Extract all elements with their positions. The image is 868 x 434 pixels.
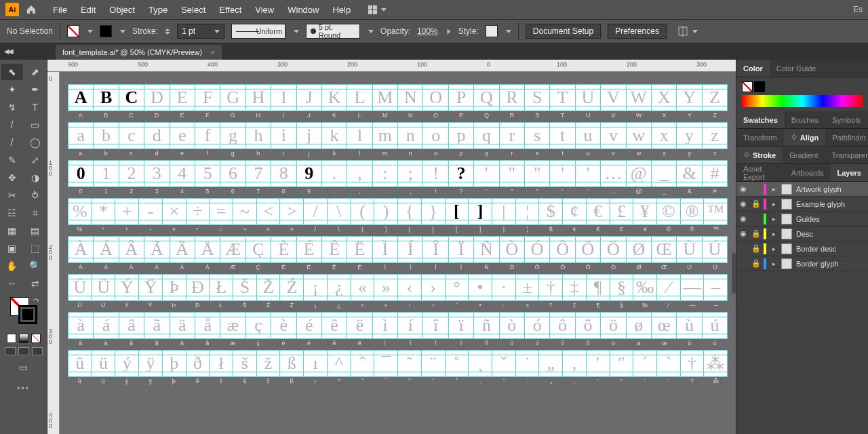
glyph-cell[interactable]: j xyxy=(297,123,322,149)
glyph-cell[interactable]: ã xyxy=(144,313,170,338)
glyph-cell[interactable]: Ï xyxy=(449,237,474,262)
glyph-cell[interactable]: Ł xyxy=(210,275,233,300)
glyph-cell[interactable]: ? xyxy=(449,161,474,186)
glyph-cell[interactable]: ; xyxy=(398,161,423,186)
glyph-cell[interactable]: ‹ xyxy=(398,275,422,300)
glyph-cell[interactable]: î xyxy=(423,313,448,338)
glyph-cell[interactable]: ! xyxy=(423,161,448,186)
glyph-cell[interactable]: u xyxy=(576,123,601,149)
glyph-cell[interactable]: ` xyxy=(657,351,681,376)
selection-tool[interactable]: ⬉ xyxy=(1,64,23,80)
glyph-cell[interactable]: ˜ xyxy=(398,351,422,376)
color-mode-gradient[interactable] xyxy=(19,334,28,343)
glyph-cell[interactable]: Ø xyxy=(627,237,652,262)
glyph-cell[interactable]: ž xyxy=(257,351,281,376)
glyph-cell[interactable]: — xyxy=(681,275,705,300)
pen-tool[interactable]: ↯ xyxy=(1,99,23,115)
glyph-cell[interactable]: ″ xyxy=(610,351,634,376)
tab-align[interactable]: ♢Align xyxy=(784,129,826,146)
glyph-cell[interactable]: ä xyxy=(170,313,195,338)
glyph-cell[interactable]: " xyxy=(500,161,525,186)
glyph-cell[interactable]: g xyxy=(220,123,245,149)
glyph-cell[interactable]: m xyxy=(373,123,398,149)
glyph-cell[interactable]: Ü xyxy=(92,275,116,300)
glyph-cell[interactable]: 1 xyxy=(94,161,119,186)
glyph-cell[interactable]: ¿ xyxy=(328,275,351,300)
glyph-cell[interactable]: 2 xyxy=(119,161,144,186)
stroke-swatch[interactable] xyxy=(100,25,112,37)
glyph-cell[interactable]: ˆ xyxy=(351,351,375,376)
mesh-tool[interactable]: ⌗ xyxy=(24,205,46,221)
rectangle-tool[interactable]: ▭ xyxy=(24,117,46,133)
expand-toggle[interactable]: ▸ xyxy=(770,231,777,237)
glyph-cell[interactable]: Ý xyxy=(115,275,139,300)
lock-toggle[interactable]: 🔒 xyxy=(751,229,760,238)
glyph-cell[interactable]: ‚ xyxy=(563,351,587,376)
glyph-cell[interactable]: å xyxy=(195,313,220,338)
glyph-cell[interactable]: = xyxy=(210,199,233,224)
canvas[interactable]: 6005004003002001000100200300 01002003004… xyxy=(47,60,736,434)
paintbrush-tool[interactable]: / xyxy=(1,134,23,151)
glyph-cell[interactable]: É xyxy=(297,237,322,262)
glyph-cell[interactable]: è xyxy=(271,313,296,338)
glyph-cell[interactable]: ( xyxy=(351,199,375,224)
glyph-cell[interactable]: ó xyxy=(525,313,550,338)
glyph-cell[interactable]: # xyxy=(703,161,727,186)
lock-toggle[interactable]: 🔒 xyxy=(751,259,760,268)
glyph-cell[interactable]: Ì xyxy=(373,237,398,262)
glyph-cell[interactable]: P xyxy=(449,85,474,111)
glyph-cell[interactable]: ÷ xyxy=(186,199,210,224)
glyph-cell[interactable]: » xyxy=(374,275,398,300)
glyph-cell[interactable]: û xyxy=(68,351,92,376)
glyph-cell[interactable]: l xyxy=(347,123,372,149)
tab-stroke[interactable]: ♢Stroke xyxy=(736,146,783,163)
type-tool[interactable]: T xyxy=(24,99,46,115)
glyph-cell[interactable]: 8 xyxy=(271,161,296,186)
glyph-cell[interactable]: – xyxy=(704,275,727,300)
glyph-cell[interactable]: J xyxy=(297,85,322,111)
artboard-tool[interactable]: 🔍 xyxy=(24,258,46,274)
menu-type[interactable]: Type xyxy=(142,2,174,18)
glyph-cell[interactable]: Ë xyxy=(347,237,372,262)
expand-toggle[interactable]: ▸ xyxy=(770,216,777,222)
glyph-cell[interactable]: r xyxy=(500,123,525,149)
glyph-cell[interactable]: k xyxy=(322,123,347,149)
glyph-cell[interactable]: H xyxy=(246,85,271,111)
glyph-cell[interactable]: × xyxy=(163,199,186,224)
glyph-cell[interactable]: § xyxy=(610,275,634,300)
glyph-cell[interactable]: ð xyxy=(186,351,210,376)
document-tab[interactable]: font_template.ai* @ 50% (CMYK/Preview) × xyxy=(56,45,222,60)
glyph-cell[interactable]: ç xyxy=(246,313,271,338)
menu-file[interactable]: File xyxy=(46,2,74,18)
line-tool[interactable]: / xyxy=(1,117,23,133)
glyph-cell[interactable]: ¦ xyxy=(516,199,540,224)
glyph-cell[interactable]: ł xyxy=(210,351,233,376)
menu-edit[interactable]: Edit xyxy=(74,2,102,18)
perspective-tool[interactable]: ☷ xyxy=(1,205,23,221)
chevron-down-icon[interactable] xyxy=(294,30,299,33)
menu-effect[interactable]: Effect xyxy=(212,2,248,18)
glyph-cell[interactable]: Í xyxy=(398,237,423,262)
glyph-cell[interactable]: Õ xyxy=(576,237,601,262)
glyph-cell[interactable]: W xyxy=(627,85,652,111)
glyph-cell[interactable]: " xyxy=(525,161,550,186)
glyph-cell[interactable]: ) xyxy=(374,199,398,224)
glyph-cell[interactable]: t xyxy=(550,123,575,149)
glyph-cell[interactable]: æ xyxy=(220,313,245,338)
glyph-cell[interactable]: ¯ xyxy=(374,351,398,376)
glyph-cell[interactable]: ø xyxy=(627,313,652,338)
glyph-cell[interactable]: ö xyxy=(601,313,626,338)
glyph-cell[interactable]: ü xyxy=(92,351,116,376)
glyph-cell[interactable]: Š xyxy=(233,275,257,300)
glyph-cell[interactable]: ' xyxy=(474,161,499,186)
glyph-cell[interactable]: A xyxy=(68,85,94,111)
glyph-cell[interactable]: Ž xyxy=(257,275,281,300)
glyph-cell[interactable]: Â xyxy=(119,237,144,262)
glyph-cell[interactable]: - xyxy=(139,199,163,224)
align-to-button[interactable] xyxy=(677,26,698,37)
horizontal-ruler[interactable]: 6005004003002001000100200300 xyxy=(47,60,736,72)
menu-object[interactable]: Object xyxy=(102,2,142,18)
glyph-cell[interactable]: R xyxy=(500,85,525,111)
glyph-cell[interactable]: ° xyxy=(446,275,469,300)
glyph-cell[interactable]: Û xyxy=(68,275,92,300)
